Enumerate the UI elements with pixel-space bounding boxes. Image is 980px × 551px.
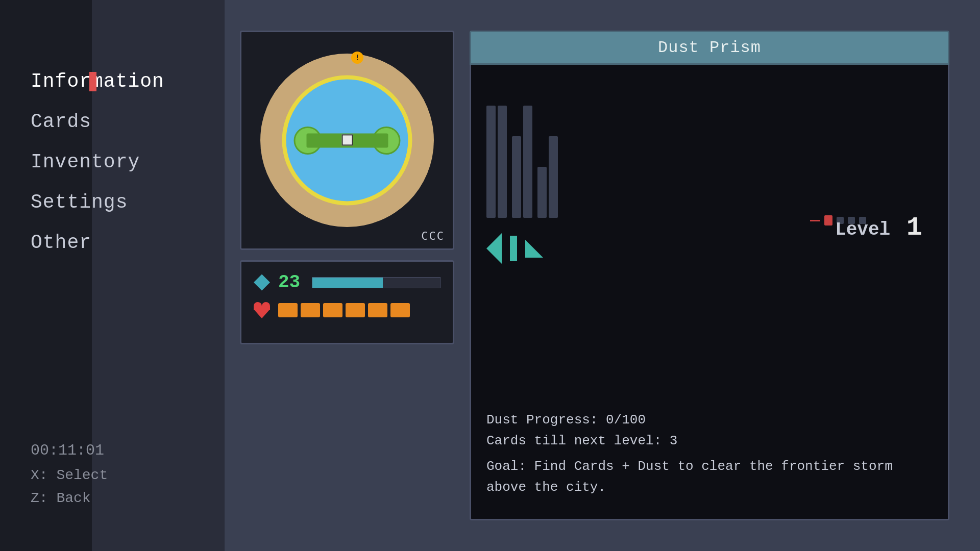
map-label: CCC bbox=[421, 230, 445, 242]
health-segments bbox=[278, 303, 410, 317]
info-title: Dust Prism bbox=[658, 38, 761, 57]
level-display: Level 1 bbox=[835, 213, 922, 243]
dust-bar-container bbox=[312, 277, 440, 288]
level-number-value: 1 bbox=[906, 213, 922, 243]
level-arrow-left bbox=[486, 233, 502, 264]
sidebar-item-inventory[interactable]: Inventory bbox=[0, 142, 225, 182]
bar-3a bbox=[537, 167, 547, 218]
bar-1b bbox=[498, 106, 507, 218]
info-text-section: Dust Progress: 0/100 Cards till next lev… bbox=[486, 410, 933, 498]
health-seg-5 bbox=[368, 303, 387, 317]
level-dash bbox=[810, 220, 820, 221]
bar-2a bbox=[512, 136, 521, 218]
bar-group-2 bbox=[512, 106, 532, 218]
heart-bottom bbox=[254, 309, 270, 318]
dust-bar-fill bbox=[312, 278, 383, 288]
controls-hint: X: Select Z: Back bbox=[31, 464, 108, 510]
right-panel: Dust Prism bbox=[470, 31, 949, 520]
health-seg-3 bbox=[323, 303, 342, 317]
sidebar-item-cards[interactable]: Cards bbox=[0, 102, 225, 142]
level-bar-mid bbox=[510, 236, 517, 261]
level-bars bbox=[486, 80, 933, 223]
dust-icon bbox=[254, 274, 270, 291]
control-back: Z: Back bbox=[31, 487, 108, 510]
bar-1a bbox=[486, 106, 496, 218]
info-title-bar: Dust Prism bbox=[470, 31, 949, 65]
info-content: Level 1 Dust Progress: 0/100 Cards till … bbox=[470, 65, 949, 520]
goal-text: Goal: Find Cards + Dust to clear the fro… bbox=[486, 456, 933, 498]
health-seg-2 bbox=[301, 303, 320, 317]
cards-next-level-text: Cards till next level: 3 bbox=[486, 431, 933, 452]
player-character bbox=[341, 134, 353, 145]
level-dot-active bbox=[824, 215, 832, 226]
sidebar-bottom: 00:11:01 X: Select Z: Back bbox=[31, 442, 108, 510]
sidebar-item-settings[interactable]: Settings bbox=[0, 182, 225, 222]
game-timer: 00:11:01 bbox=[31, 442, 108, 459]
dust-amount: 23 bbox=[278, 272, 304, 293]
health-seg-1 bbox=[278, 303, 298, 317]
arena-inner bbox=[282, 76, 412, 206]
main-content: ! CCC 23 bbox=[240, 31, 949, 520]
bar-group-1 bbox=[486, 106, 507, 218]
health-seg-6 bbox=[390, 303, 410, 317]
bar-3b bbox=[549, 136, 558, 218]
bar-group-3 bbox=[537, 136, 558, 218]
left-panel: ! CCC 23 bbox=[240, 31, 454, 520]
sidebar: Information Cards Inventory Settings Oth… bbox=[0, 0, 225, 551]
arena-outer bbox=[260, 54, 434, 227]
map-panel: ! CCC bbox=[240, 31, 454, 250]
stats-panel: 23 bbox=[240, 260, 454, 344]
heart-icon bbox=[254, 302, 270, 318]
map-canvas: ! CCC bbox=[241, 32, 453, 248]
control-select: X: Select bbox=[31, 464, 108, 487]
health-seg-4 bbox=[346, 303, 365, 317]
dust-progress-text: Dust Progress: 0/100 bbox=[486, 410, 933, 431]
nav-menu: Information Cards Inventory Settings Oth… bbox=[0, 61, 225, 263]
dust-stat-row: 23 bbox=[254, 272, 440, 293]
health-stat-row bbox=[254, 302, 440, 318]
sidebar-item-information[interactable]: Information bbox=[0, 61, 225, 102]
bar-2b bbox=[523, 106, 532, 218]
level-label-text: Level bbox=[835, 219, 901, 240]
sidebar-item-other[interactable]: Other bbox=[0, 222, 225, 263]
level-arrow-right bbox=[525, 240, 543, 258]
